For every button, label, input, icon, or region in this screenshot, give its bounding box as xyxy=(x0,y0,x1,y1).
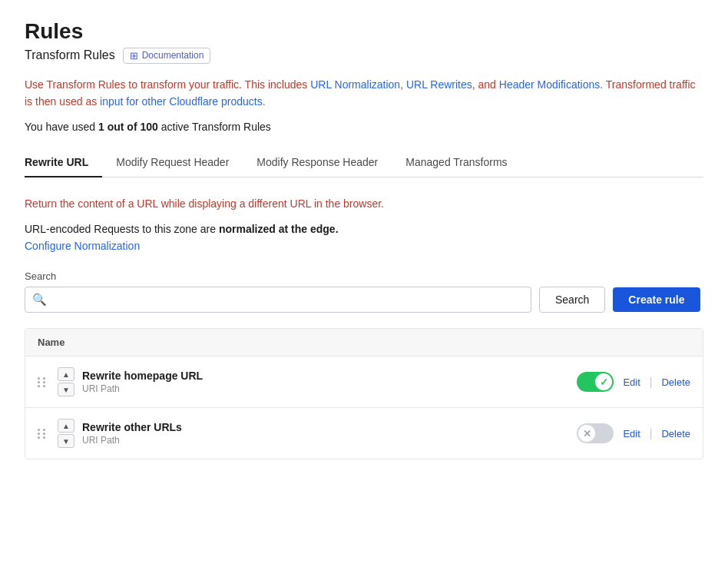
doc-label: Documentation xyxy=(142,50,204,61)
arrow-buttons: ▲ ▼ xyxy=(58,419,74,448)
url-rewrites-link[interactable]: URL Rewrites xyxy=(406,78,472,91)
doc-icon: ⊞ xyxy=(130,50,138,61)
normalization-highlight: normalized at the edge. xyxy=(219,223,339,235)
table-row: ▲ ▼ Rewrite homepage URL URI Path ✓ Edit… xyxy=(25,357,703,408)
row-info: Rewrite homepage URL URI Path xyxy=(82,370,569,394)
tabs-container: Rewrite URL Modify Request Header Modify… xyxy=(25,148,703,177)
create-rule-button[interactable]: Create rule xyxy=(613,287,700,312)
move-down-button[interactable]: ▼ xyxy=(58,434,74,448)
header-modifications-link[interactable]: Header Modifications xyxy=(499,78,601,91)
arrow-buttons: ▲ ▼ xyxy=(58,367,74,396)
search-input-wrap: 🔍 xyxy=(25,287,531,313)
row-name: Rewrite homepage URL xyxy=(82,370,569,382)
delete-link[interactable]: Delete xyxy=(661,428,690,439)
toggle-x-icon: ✕ xyxy=(583,428,591,439)
drag-handle[interactable] xyxy=(38,429,47,439)
row-type: URI Path xyxy=(82,435,569,446)
row-actions: ✕ Edit | Delete xyxy=(577,423,690,443)
edit-link[interactable]: Edit xyxy=(623,428,640,439)
table-row: ▲ ▼ Rewrite other URLs URI Path ✕ Edit |… xyxy=(25,408,703,459)
tab-modify-response-header[interactable]: Modify Response Header xyxy=(243,148,392,177)
description-text: Use Transform Rules to transform your tr… xyxy=(25,76,703,111)
search-button[interactable]: Search xyxy=(539,287,605,313)
search-icon: 🔍 xyxy=(32,293,47,307)
move-down-button[interactable]: ▼ xyxy=(58,383,74,396)
page-title: Rules xyxy=(25,18,703,45)
search-label: Search xyxy=(25,270,703,282)
row-actions: ✓ Edit | Delete xyxy=(577,372,690,392)
url-normalization-link[interactable]: URL Normalization xyxy=(310,78,400,91)
search-input[interactable] xyxy=(25,287,531,313)
tab-description: Return the content of a URL while displa… xyxy=(25,196,703,212)
toggle-check-icon: ✓ xyxy=(600,376,608,388)
tab-modify-request-header[interactable]: Modify Request Header xyxy=(102,148,243,177)
move-up-button[interactable]: ▲ xyxy=(58,367,74,381)
delete-link[interactable]: Delete xyxy=(661,376,690,388)
row-info: Rewrite other URLs URI Path xyxy=(82,421,569,446)
cloudflare-products-link[interactable]: input for other Cloudflare products xyxy=(100,95,263,108)
drag-handle[interactable] xyxy=(38,377,47,387)
move-up-button[interactable]: ▲ xyxy=(58,419,74,433)
tab-managed-transforms[interactable]: Managed Transforms xyxy=(392,148,521,177)
usage-text: You have used 1 out of 100 active Transf… xyxy=(25,121,703,133)
action-separator: | xyxy=(650,427,653,439)
edit-link[interactable]: Edit xyxy=(623,376,640,388)
toggle-enabled[interactable]: ✓ xyxy=(577,372,614,392)
search-row: 🔍 Search Create rule xyxy=(25,287,703,313)
page-subtitle: Transform Rules xyxy=(25,48,115,62)
usage-count: 1 out of 100 xyxy=(98,121,158,133)
rules-table: Name ▲ ▼ Rewrite homepage URL URI Path ✓ xyxy=(25,328,703,459)
action-separator: | xyxy=(650,376,653,388)
configure-normalization-link[interactable]: Configure Normalization xyxy=(25,240,140,252)
documentation-button[interactable]: ⊞ Documentation xyxy=(123,48,211,64)
row-name: Rewrite other URLs xyxy=(82,421,569,433)
normalization-text: URL-encoded Requests to this zone are no… xyxy=(25,223,703,235)
toggle-disabled[interactable]: ✕ xyxy=(577,423,614,443)
row-type: URI Path xyxy=(82,383,569,394)
tab-rewrite-url[interactable]: Rewrite URL xyxy=(25,148,102,177)
table-header: Name xyxy=(25,329,703,357)
